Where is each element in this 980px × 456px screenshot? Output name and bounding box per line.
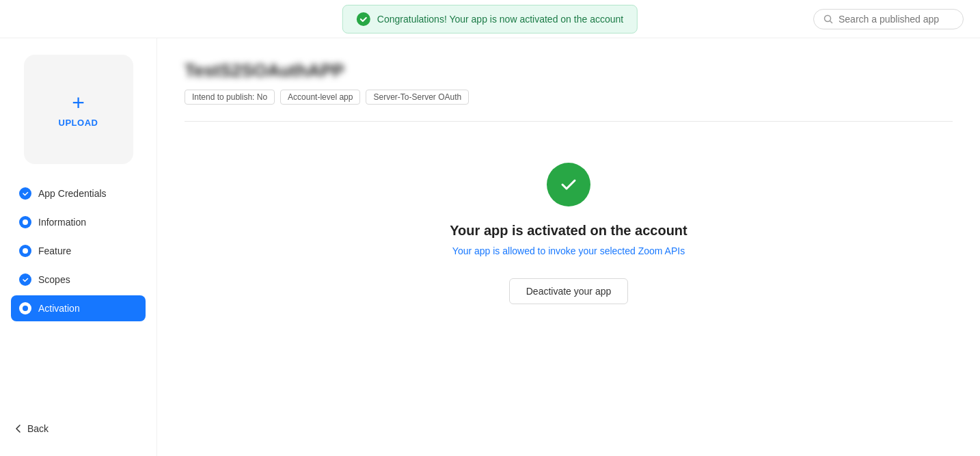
app-title: TestS2SOAuthAPP bbox=[185, 60, 953, 81]
activation-title: Your app is activated on the account bbox=[450, 223, 687, 239]
information-dot-icon bbox=[19, 216, 31, 228]
main-layout: + UPLOAD App Credentials Information bbox=[0, 38, 980, 456]
sidebar-item-label: App Credentials bbox=[38, 188, 107, 199]
upload-plus-icon: + bbox=[72, 92, 85, 113]
nav-items: App Credentials Information Feature bbox=[11, 180, 146, 321]
app-credentials-check-icon bbox=[19, 187, 31, 200]
search-input[interactable] bbox=[839, 14, 953, 25]
app-tags: Intend to publish: No Account-level app … bbox=[185, 90, 953, 105]
app-tag-account: Account-level app bbox=[280, 90, 360, 105]
success-icon bbox=[357, 12, 370, 26]
top-bar: Congratulations! Your app is now activat… bbox=[0, 0, 980, 38]
divider bbox=[185, 121, 953, 122]
back-link[interactable]: Back bbox=[11, 418, 146, 440]
sidebar-item-information[interactable]: Information bbox=[11, 209, 146, 235]
sidebar-item-app-credentials[interactable]: App Credentials bbox=[11, 180, 146, 206]
upload-label: UPLOAD bbox=[59, 118, 98, 128]
app-header: TestS2SOAuthAPP Intend to publish: No Ac… bbox=[185, 60, 953, 105]
upload-area[interactable]: + UPLOAD bbox=[24, 55, 133, 164]
sidebar-item-scopes[interactable]: Scopes bbox=[11, 267, 146, 293]
activation-subtitle: Your app is allowed to invoke your selec… bbox=[452, 245, 685, 256]
activation-dot-icon bbox=[19, 302, 31, 314]
back-label: Back bbox=[27, 423, 49, 434]
search-box[interactable] bbox=[813, 9, 964, 29]
scopes-check-icon bbox=[19, 273, 31, 286]
success-banner: Congratulations! Your app is now activat… bbox=[342, 5, 638, 33]
back-arrow-icon bbox=[14, 424, 23, 433]
sidebar-item-label: Activation bbox=[38, 303, 80, 314]
app-tag-publish: Intend to publish: No bbox=[185, 90, 275, 105]
activation-content: Your app is activated on the account You… bbox=[185, 135, 953, 332]
success-message: Congratulations! Your app is now activat… bbox=[377, 14, 623, 25]
activation-check-icon bbox=[547, 163, 590, 206]
sidebar-item-label: Feature bbox=[38, 245, 71, 256]
sidebar-item-activation[interactable]: Activation bbox=[11, 295, 146, 321]
sidebar-item-feature[interactable]: Feature bbox=[11, 238, 146, 264]
content-area: TestS2SOAuthAPP Intend to publish: No Ac… bbox=[157, 38, 980, 456]
sidebar-item-label: Scopes bbox=[38, 274, 70, 285]
deactivate-button[interactable]: Deactivate your app bbox=[509, 278, 629, 304]
feature-dot-icon bbox=[19, 245, 31, 257]
search-icon bbox=[824, 14, 833, 24]
sidebar: + UPLOAD App Credentials Information bbox=[0, 38, 157, 456]
app-tag-oauth: Server-To-Server OAuth bbox=[366, 90, 469, 105]
sidebar-item-label: Information bbox=[38, 217, 86, 228]
